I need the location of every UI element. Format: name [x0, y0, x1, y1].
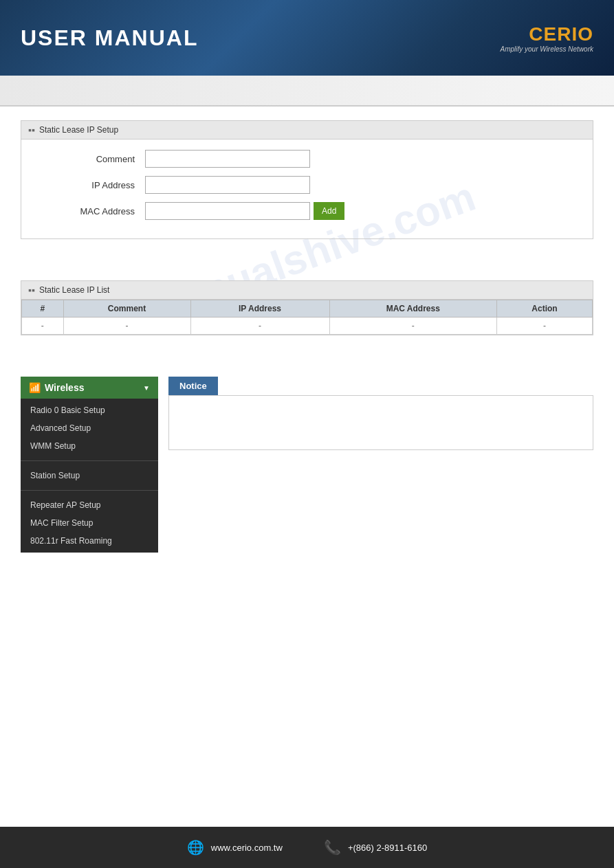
sidebar-item-wmm-setup[interactable]: WMM Setup: [21, 437, 158, 455]
sidebar-item-mac-filter-setup[interactable]: MAC Filter Setup: [21, 514, 158, 532]
cell-comment: -: [63, 318, 190, 335]
spacer2: [21, 349, 593, 370]
footer-website-text: www.cerio.com.tw: [211, 843, 283, 853]
notice-content: [168, 395, 593, 450]
sidebar-item-radio0-basic-setup[interactable]: Radio 0 Basic Setup: [21, 401, 158, 419]
footer-phone-text: +(866) 2-8911-6160: [348, 843, 427, 853]
col-number: #: [22, 300, 64, 318]
static-lease-setup-title: ▪▪ Static Lease IP Setup: [21, 121, 593, 140]
cell-action: -: [497, 318, 593, 335]
static-lease-setup-section: ▪▪ Static Lease IP Setup Comment IP Addr…: [21, 120, 593, 239]
comment-label: Comment: [35, 154, 145, 164]
mac-address-label: MAC Address: [35, 206, 145, 216]
sidebar-wireless-header[interactable]: 📶 Wireless ▼: [21, 377, 158, 399]
subheader: [0, 76, 614, 107]
list-table-wrapper: # Comment IP Address MAC Address Action …: [21, 300, 593, 335]
sidebar-divider-1: [21, 460, 158, 461]
sidebar-item-station-setup[interactable]: Station Setup: [21, 467, 158, 485]
logo-tagline: Amplify your Wireless Network: [501, 45, 594, 53]
phone-icon: 📞: [324, 839, 341, 856]
sidebar-arrow-icon: ▼: [143, 384, 150, 392]
logo-text: CERIO: [529, 23, 593, 45]
col-action: Action: [497, 300, 593, 318]
ip-address-input[interactable]: [145, 176, 310, 194]
cell-ip: -: [190, 318, 329, 335]
col-ip-address: IP Address: [190, 300, 329, 318]
list-section-icon: ▪▪: [28, 285, 35, 296]
notice-header: Notice: [168, 377, 218, 395]
cell-mac: -: [329, 318, 496, 335]
section-icon: ▪▪: [28, 124, 35, 135]
notice-panel: Notice: [168, 377, 593, 553]
table-row: - - - - -: [22, 318, 593, 335]
sidebar-group-2: Station Setup: [21, 464, 158, 487]
sidebar-wireless-label: Wireless: [45, 382, 84, 393]
setup-form: Comment IP Address MAC Address Add: [21, 140, 593, 238]
footer-website: 🌐 www.cerio.com.tw: [187, 839, 283, 856]
mac-address-row: MAC Address Add: [35, 202, 579, 220]
logo-cerio: CERIO: [529, 23, 593, 45]
table-header-row: # Comment IP Address MAC Address Action: [22, 300, 593, 318]
header-logo: CERIO Amplify your Wireless Network: [501, 23, 594, 53]
sidebar-item-advanced-setup[interactable]: Advanced Setup: [21, 419, 158, 437]
footer-phone: 📞 +(866) 2-8911-6160: [324, 839, 427, 856]
header: USER MANUAL CERIO Amplify your Wireless …: [0, 0, 614, 76]
content-wrapper: manualshive.com ▪▪ Static Lease IP Setup…: [0, 107, 614, 566]
sidebar: 📶 Wireless ▼ Radio 0 Basic Setup Advance…: [21, 377, 158, 553]
cell-number: -: [22, 318, 64, 335]
wireless-icon: 📶: [29, 382, 41, 393]
page-wrapper: USER MANUAL CERIO Amplify your Wireless …: [0, 0, 614, 868]
col-mac-address: MAC Address: [329, 300, 496, 318]
list-table: # Comment IP Address MAC Address Action …: [21, 300, 593, 335]
comment-row: Comment: [35, 150, 579, 168]
bottom-area: 📶 Wireless ▼ Radio 0 Basic Setup Advance…: [21, 377, 593, 553]
sidebar-divider-2: [21, 490, 158, 491]
section-title-text: Static Lease IP Setup: [39, 125, 118, 135]
comment-input[interactable]: [145, 150, 310, 168]
footer: 🌐 www.cerio.com.tw 📞 +(866) 2-8911-6160: [0, 827, 614, 868]
sidebar-item-802-fast-roaming[interactable]: 802.11r Fast Roaming: [21, 532, 158, 550]
ip-address-row: IP Address: [35, 176, 579, 194]
sidebar-group-1: Radio 0 Basic Setup Advanced Setup WMM S…: [21, 399, 158, 458]
static-lease-list-title: ▪▪ Static Lease IP List: [21, 281, 593, 300]
static-lease-list-section: ▪▪ Static Lease IP List # Comment IP Add…: [21, 280, 593, 335]
spacer: [21, 253, 593, 280]
header-title: USER MANUAL: [21, 25, 198, 51]
sidebar-group-3: Repeater AP Setup MAC Filter Setup 802.1…: [21, 493, 158, 553]
list-section-title-text: Static Lease IP List: [39, 285, 110, 295]
col-comment: Comment: [63, 300, 190, 318]
add-button[interactable]: Add: [314, 202, 344, 220]
mac-address-input[interactable]: [145, 202, 310, 220]
globe-icon: 🌐: [187, 839, 204, 856]
sidebar-item-repeater-ap-setup[interactable]: Repeater AP Setup: [21, 496, 158, 514]
ip-address-label: IP Address: [35, 180, 145, 190]
